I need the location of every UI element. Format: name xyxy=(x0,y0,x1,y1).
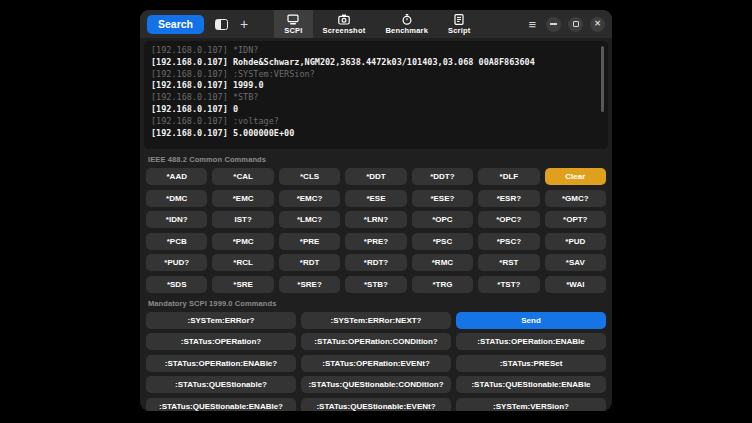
console-line-response: [192.168.0.107] Rohde&Schwarz,NGM202,363… xyxy=(151,57,601,69)
command-button[interactable]: :STATus:OPERation:ENABle xyxy=(456,333,606,350)
search-button[interactable]: Search xyxy=(147,15,204,34)
command-button[interactable]: *LMC? xyxy=(279,211,340,228)
command-button[interactable]: *LRN? xyxy=(345,211,406,228)
command-button[interactable]: *PCB xyxy=(146,233,207,250)
command-button[interactable]: *ESE? xyxy=(412,190,473,207)
command-button[interactable]: *STB? xyxy=(345,276,406,293)
clear-button[interactable]: Clear xyxy=(545,168,606,185)
console-line-command: [192.168.0.107] *IDN? xyxy=(151,45,601,57)
command-button[interactable]: *DDT? xyxy=(412,168,473,185)
command-button[interactable]: *OPT? xyxy=(545,211,606,228)
send-button[interactable]: Send xyxy=(456,312,606,329)
script-icon xyxy=(454,14,464,25)
command-button[interactable]: *ESE xyxy=(345,190,406,207)
command-button[interactable]: *DMC xyxy=(146,190,207,207)
command-button[interactable]: :STATus:PRESet xyxy=(456,355,606,372)
command-button[interactable]: *PMC xyxy=(212,233,273,250)
minimize-icon xyxy=(550,23,557,25)
command-button[interactable]: :STATus:OPERation? xyxy=(146,333,296,350)
command-button[interactable]: :STATus:QUEStionable:ENABle? xyxy=(146,398,296,412)
menu-icon[interactable]: ≡ xyxy=(528,18,536,31)
command-button[interactable]: *PRE? xyxy=(345,233,406,250)
command-button[interactable]: :STATus:QUEStionable? xyxy=(146,376,296,393)
command-button[interactable]: :STATus:OPERation:EVENt? xyxy=(301,355,451,372)
sidebar-toggle-icon[interactable] xyxy=(215,19,228,30)
minimize-button[interactable] xyxy=(546,17,561,32)
scpi-command-grid: :SYSTem:ERRor?:SYSTem:ERRor:NEXT?Send:ST… xyxy=(144,312,608,412)
tab-label: Script xyxy=(448,26,470,35)
command-button[interactable]: *PSC xyxy=(412,233,473,250)
close-icon: ✕ xyxy=(594,20,601,28)
command-button[interactable]: *TST? xyxy=(478,276,539,293)
console-line-response: [192.168.0.107] 0 xyxy=(151,104,601,116)
console-line-command: [192.168.0.107] :voltage? xyxy=(151,116,601,128)
tab-screenshot[interactable]: Screenshot xyxy=(313,10,376,38)
tab-label: SCPI xyxy=(284,26,302,35)
titlebar: Search + SCPIScreenshotBenchmarkScript ≡… xyxy=(140,10,612,38)
command-button[interactable]: IST? xyxy=(212,211,273,228)
command-button[interactable]: *PUD? xyxy=(146,254,207,271)
command-button[interactable]: *PRE xyxy=(279,233,340,250)
console-line-command: [192.168.0.107] :SYSTem:VERSion? xyxy=(151,69,601,81)
window-controls: ≡ ✕ xyxy=(528,17,605,32)
command-button[interactable]: :STATus:QUEStionable:EVENt? xyxy=(301,398,451,412)
tab-scpi[interactable]: SCPI xyxy=(274,10,312,38)
tab-label: Benchmark xyxy=(385,26,428,35)
command-button[interactable]: :SYSTem:VERSion? xyxy=(456,398,606,412)
command-button[interactable]: *RST xyxy=(478,254,539,271)
console-line-command: [192.168.0.107] *STB? xyxy=(151,92,601,104)
tab-label: Screenshot xyxy=(323,26,366,35)
command-button[interactable]: *IDN? xyxy=(146,211,207,228)
close-button[interactable]: ✕ xyxy=(590,17,605,32)
command-button[interactable]: *TRG xyxy=(412,276,473,293)
command-button[interactable]: *RMC xyxy=(412,254,473,271)
command-button[interactable]: *PSC? xyxy=(478,233,539,250)
command-button[interactable]: *RDT? xyxy=(345,254,406,271)
scpi-icon xyxy=(287,14,299,25)
section-label-scpi: Mandatory SCPI 1999.0 Commands xyxy=(148,299,604,308)
tab-script[interactable]: Script xyxy=(438,10,480,38)
command-button[interactable]: *EMC? xyxy=(279,190,340,207)
command-button[interactable]: :STATus:QUEStionable:ENABle xyxy=(456,376,606,393)
command-button[interactable]: *AAD xyxy=(146,168,207,185)
command-button[interactable]: :STATus:OPERation:CONDition? xyxy=(301,333,451,350)
command-button[interactable]: *DDT xyxy=(345,168,406,185)
stopwatch-icon xyxy=(401,14,413,25)
camera-icon xyxy=(338,14,350,25)
maximize-icon xyxy=(573,21,579,27)
command-button[interactable]: *PUD xyxy=(545,233,606,250)
console-line-response: [192.168.0.107] 5.000000E+00 xyxy=(151,128,601,140)
command-button[interactable]: :SYSTem:ERRor:NEXT? xyxy=(301,312,451,329)
command-button[interactable]: *RCL xyxy=(212,254,273,271)
maximize-button[interactable] xyxy=(568,17,583,32)
command-button[interactable]: *SAV xyxy=(545,254,606,271)
command-button[interactable]: *SRE xyxy=(212,276,273,293)
command-button[interactable]: :STATus:QUEStionable:CONDition? xyxy=(301,376,451,393)
console-scrollbar[interactable] xyxy=(601,46,604,112)
console-line-response: [192.168.0.107] 1999.0 xyxy=(151,80,601,92)
command-button[interactable]: *WAI xyxy=(545,276,606,293)
command-button[interactable]: *SRE? xyxy=(279,276,340,293)
command-button[interactable]: *CLS xyxy=(279,168,340,185)
tab-bar: SCPIScreenshotBenchmarkScript xyxy=(274,10,480,38)
command-button[interactable]: *DLF xyxy=(478,168,539,185)
command-button[interactable]: *ESR? xyxy=(478,190,539,207)
main-content: [192.168.0.107] *IDN?[192.168.0.107] Roh… xyxy=(140,38,612,411)
command-button[interactable]: *CAL xyxy=(212,168,273,185)
ieee-command-grid: *AAD*CAL*CLS*DDT*DDT?*DLFClear*DMC*EMC*E… xyxy=(144,168,608,293)
command-button[interactable]: *GMC? xyxy=(545,190,606,207)
command-button[interactable]: *EMC xyxy=(212,190,273,207)
command-button[interactable]: :STATus:OPERation:ENABle? xyxy=(146,355,296,372)
section-label-ieee: IEEE 488.2 Common Commands xyxy=(148,155,604,164)
command-button[interactable]: :SYSTem:ERRor? xyxy=(146,312,296,329)
command-button[interactable]: *OPC xyxy=(412,211,473,228)
new-tab-icon[interactable]: + xyxy=(240,17,248,31)
command-button[interactable]: *RDT xyxy=(279,254,340,271)
command-button[interactable]: *OPC? xyxy=(478,211,539,228)
app-window: Search + SCPIScreenshotBenchmarkScript ≡… xyxy=(140,10,612,411)
tab-benchmark[interactable]: Benchmark xyxy=(375,10,438,38)
command-button[interactable]: *SDS xyxy=(146,276,207,293)
console-output: [192.168.0.107] *IDN?[192.168.0.107] Roh… xyxy=(144,41,608,149)
